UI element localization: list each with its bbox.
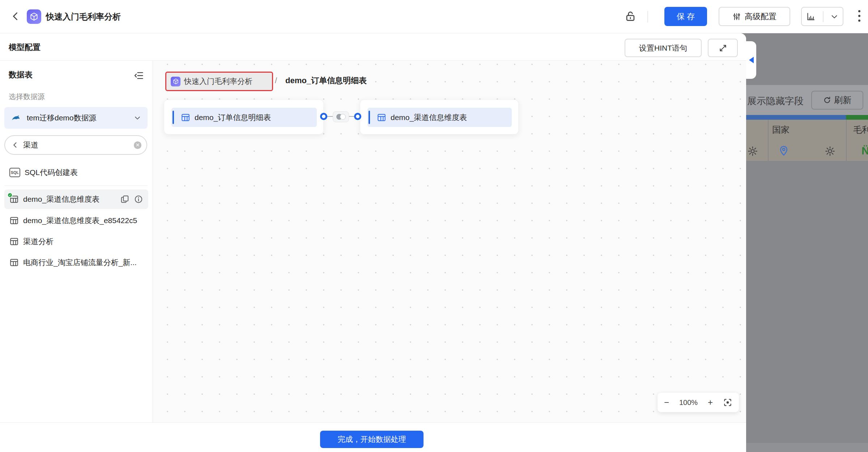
gear-icon[interactable] bbox=[747, 146, 758, 157]
sidebar-item-table[interactable]: 渠道分析 bbox=[4, 232, 148, 251]
sidebar-item-sql[interactable]: SQL SQL代码创建表 bbox=[4, 165, 148, 180]
clear-circle-icon[interactable]: ✕ bbox=[134, 141, 141, 149]
table-icon bbox=[377, 113, 386, 122]
kebab-menu-icon[interactable] bbox=[858, 10, 861, 24]
left-triangle-icon bbox=[749, 57, 754, 63]
done-button[interactable]: 完成，开始数据处理 bbox=[320, 431, 424, 448]
bar-chart-icon[interactable] bbox=[806, 12, 816, 21]
panel-collapse-handle[interactable] bbox=[746, 41, 756, 79]
focus-frame-icon[interactable] bbox=[723, 398, 732, 407]
outdent-lines-icon[interactable] bbox=[134, 71, 144, 81]
table-icon bbox=[9, 216, 19, 225]
sidebar-item-table[interactable]: 电商行业_淘宝店铺流量分析_新... bbox=[4, 253, 148, 272]
table-icon bbox=[9, 258, 19, 267]
column-header-margin: 毛利率 bbox=[853, 124, 868, 136]
chevron-left-icon[interactable] bbox=[12, 141, 19, 149]
connector-port[interactable] bbox=[354, 113, 361, 120]
zoom-out-button[interactable]: − bbox=[664, 397, 669, 408]
datasource-value: tem迁移demo数据源 bbox=[27, 113, 129, 123]
sliders-icon bbox=[732, 12, 741, 21]
page-title: 快速入门毛利率分析 bbox=[46, 11, 121, 22]
node-accent-bar bbox=[173, 111, 174, 124]
copy-icon[interactable] bbox=[120, 195, 129, 204]
table-icon bbox=[181, 113, 190, 122]
app-cube-icon bbox=[27, 9, 41, 24]
mysql-dolphin-icon bbox=[11, 112, 22, 123]
gear-icon[interactable] bbox=[825, 146, 835, 157]
zoom-in-button[interactable]: + bbox=[708, 397, 713, 408]
info-icon[interactable] bbox=[134, 195, 143, 204]
expand-diagonal-icon bbox=[718, 43, 728, 53]
table-checked-icon: ✓ bbox=[9, 195, 19, 204]
zoom-level: 100% bbox=[679, 398, 698, 407]
modal-title: 模型配置 bbox=[9, 42, 41, 53]
lock-icon[interactable] bbox=[624, 10, 637, 22]
green-check-badge: ✓ bbox=[7, 192, 13, 198]
node-accent-bar bbox=[369, 111, 370, 124]
save-button[interactable]: 保 存 bbox=[664, 7, 707, 26]
breadcrumb-current: demo_订单信息明细表 bbox=[285, 75, 367, 86]
modal-footer: 完成，开始数据处理 bbox=[0, 422, 746, 452]
venn-join-icon bbox=[336, 114, 346, 120]
top-bar: 快速入门毛利率分析 保 存 高级配置 bbox=[0, 0, 868, 33]
back-button[interactable] bbox=[10, 11, 21, 22]
advanced-config-button[interactable]: 高级配置 bbox=[719, 7, 790, 26]
sidebar-title: 数据表 bbox=[9, 69, 33, 80]
table-header-row bbox=[746, 120, 868, 161]
expand-button[interactable] bbox=[708, 39, 738, 57]
chevron-down-icon bbox=[134, 114, 141, 121]
table-search-box[interactable]: ✕ bbox=[4, 135, 147, 155]
breadcrumb-root-chip[interactable]: 快速入门毛利率分析 bbox=[165, 72, 273, 91]
divider bbox=[4, 186, 148, 186]
search-input[interactable] bbox=[23, 141, 129, 149]
node-inner: demo_订单信息明细表 bbox=[171, 108, 317, 127]
bottom-band bbox=[746, 443, 868, 452]
app-cube-icon bbox=[171, 77, 180, 86]
set-hint-button[interactable]: 设置HINT语句 bbox=[625, 39, 702, 57]
column-divider bbox=[846, 120, 847, 161]
sidebar-item-table[interactable]: demo_渠道信息维度表_e85422c5 bbox=[4, 211, 148, 230]
breadcrumb-separator: / bbox=[275, 76, 277, 85]
table-header-accent-green bbox=[846, 115, 868, 120]
chart-view-button-group[interactable] bbox=[801, 7, 843, 26]
zoom-toolbar: − 100% + bbox=[658, 393, 739, 412]
refresh-button[interactable]: 刷新 bbox=[811, 91, 863, 110]
chevron-down-icon[interactable] bbox=[830, 13, 838, 21]
dimmed-background-panel: 展示隐藏字段 刷新 国家 毛利率 N̈ bbox=[734, 33, 868, 452]
numeric-n-icon: N̈ bbox=[861, 145, 868, 157]
datasource-select[interactable]: tem迁移demo数据源 bbox=[4, 107, 148, 129]
join-type-chip[interactable] bbox=[333, 111, 349, 122]
node-label: demo_渠道信息维度表 bbox=[391, 112, 467, 123]
model-canvas[interactable]: 快速入门毛利率分析 / demo_订单信息明细表 demo_订单信息明细表 bbox=[153, 61, 746, 422]
model-config-modal: 模型配置 设置HINT语句 数据表 选择数据源 te bbox=[0, 33, 746, 452]
breadcrumb-root-label: 快速入门毛利率分析 bbox=[184, 76, 252, 86]
table-icon bbox=[9, 237, 19, 246]
datasource-label: 选择数据源 bbox=[9, 92, 45, 102]
divider bbox=[823, 11, 824, 22]
column-header-country: 国家 bbox=[772, 124, 790, 136]
geo-pin-icon[interactable] bbox=[778, 145, 790, 157]
modal-header: 模型配置 设置HINT语句 bbox=[0, 33, 746, 61]
column-divider bbox=[768, 120, 769, 161]
node-inner: demo_渠道信息维度表 bbox=[367, 108, 512, 127]
refresh-icon bbox=[823, 96, 831, 104]
sql-badge-icon: SQL bbox=[9, 168, 20, 177]
sidebar-item-table-selected[interactable]: ✓ demo_渠道信息维度表 bbox=[4, 189, 148, 209]
divider bbox=[647, 11, 648, 22]
node-channel-table[interactable]: demo_渠道信息维度表 bbox=[360, 99, 519, 135]
table-header-accent-blue bbox=[746, 115, 846, 120]
node-order-table[interactable]: demo_订单信息明细表 bbox=[164, 99, 324, 135]
data-table-sidebar: 数据表 选择数据源 tem迁移demo数据源 bbox=[0, 61, 153, 422]
show-hidden-fields-label: 展示隐藏字段 bbox=[747, 95, 804, 107]
node-label: demo_订单信息明细表 bbox=[195, 112, 271, 123]
connector-port[interactable] bbox=[320, 113, 327, 120]
